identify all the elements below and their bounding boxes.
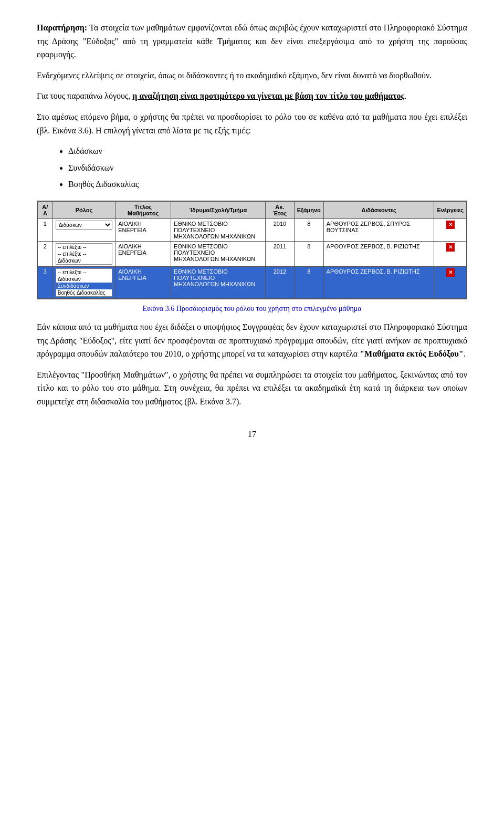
paragraph-6: Επιλέγοντας "Προσθήκη Μαθημάτων", ο χρήσ… bbox=[37, 368, 467, 409]
cell-year-3: 2012 bbox=[266, 266, 294, 298]
cell-aa-3: 3 bbox=[38, 266, 53, 298]
cell-aa-1: 1 bbox=[38, 218, 53, 241]
role-opt-didaskon[interactable]: Διδάσκων bbox=[56, 276, 112, 283]
role-opt-select[interactable]: -- επιλέξτε -- bbox=[56, 269, 112, 276]
figure-caption: Εικόνα 3.6 Προσδιορισμός του ρόλου του χ… bbox=[37, 305, 467, 313]
paragraph-1-text: Τα στοιχεία των μαθημάτων εμφανίζονται ε… bbox=[37, 23, 467, 59]
cell-year-2: 2011 bbox=[266, 241, 294, 266]
paragraph-4: Στο αμέσως επόμενο βήμα, ο χρήστης θα πρ… bbox=[37, 110, 467, 137]
page-number: 17 bbox=[37, 430, 467, 439]
paragraph-2: Ενδεχόμενες ελλείψεις σε στοιχεία, όπως … bbox=[37, 69, 467, 82]
paragraph-3-bold: η αναζήτηση είναι προτιμότερο να γίνεται… bbox=[132, 91, 404, 100]
cell-actions-1[interactable]: ✕ bbox=[434, 218, 467, 241]
col-header-aa: Α/Α bbox=[38, 201, 53, 218]
cell-year-1: 2010 bbox=[266, 218, 294, 241]
paragraph-6-text: Επιλέγοντας "Προσθήκη Μαθημάτων", ο χρήσ… bbox=[37, 370, 467, 406]
cell-institution-1: ΕΘΝΙΚΟ ΜΕΤΣΟΒΙΟ ΠΟΛΥΤΕΧΝΕΙΟΜΗΧΑΝΟΛΟΓΩΝ Μ… bbox=[171, 218, 265, 241]
col-header-title: Τίτλος Μαθήματος bbox=[116, 201, 171, 218]
cell-institution-3: ΕΘΝΙΚΟ ΜΕΤΣΟΒΙΟ ΠΟΛΥΤΕΧΝΕΙΟΜΗΧΑΝΟΛΟΓΩΝ Μ… bbox=[171, 266, 265, 298]
bullet-item-3: Βοηθός Διδασκαλίας bbox=[68, 178, 467, 191]
role-opt-syndidaskon[interactable]: Συνδιδάσκων bbox=[56, 283, 112, 289]
cell-examino-3: 8 bbox=[294, 266, 323, 298]
bullet-item-1: Διδάσκων bbox=[68, 144, 467, 158]
paragraph-3-prefix: Για τους παραπάνω λόγους, bbox=[37, 91, 132, 100]
bullet-list: Διδάσκων Συνδιδάσκων Βοηθός Διδασκαλίας bbox=[68, 144, 467, 191]
table-row-selected: 3 -- επιλέξτε -- Διδάσκων Συνδιδάσκων Βο… bbox=[38, 266, 467, 298]
role-dropdown-list-2[interactable]: -- επιλέξτε -- -- επιλέξτε -- Διδάσκων bbox=[56, 243, 112, 265]
role-select-1[interactable]: Διδάσκων -- επιλέξτε -- Συνδιδάσκων Βοηθ… bbox=[56, 221, 112, 230]
paragraph-1: Παρατήρηση: Τα στοιχεία των μαθημάτων εμ… bbox=[37, 21, 467, 61]
cell-title-3: ΑΙΟΛΙΚΗ ΕΝΕΡΓΕΙΑ bbox=[116, 266, 171, 298]
col-header-examino: Εξάμηνο bbox=[294, 201, 323, 218]
cell-didaskontes-3: ΑΡΘΟΥΡΟΣ ΖΕΡΒΟΣ, Β. ΡΙΖΙΩΤΗΣ bbox=[323, 266, 434, 298]
table-row: 2 -- επιλέξτε -- -- επιλέξτε -- Διδάσκων… bbox=[38, 241, 467, 266]
cell-didaskontes-2: ΑΡΘΟΥΡΟΣ ΖΕΡΒΟΣ, Β. ΡΙΖΙΩΤΗΣ bbox=[323, 241, 434, 266]
col-header-didaskontes: Διδάσκοντες bbox=[323, 201, 434, 218]
role-option-didaskon2[interactable]: Διδάσκων bbox=[56, 257, 112, 264]
paragraph-3: Για τους παραπάνω λόγους, η αναζήτηση εί… bbox=[37, 89, 467, 103]
cell-aa-2: 2 bbox=[38, 241, 53, 266]
cell-title-2: ΑΙΟΛΙΚΗ ΕΝΕΡΓΕΙΑ bbox=[116, 241, 171, 266]
roles-table-container: Α/Α Ρόλος Τίτλος Μαθήματος Ίδρυμα/Σχολή/… bbox=[37, 201, 467, 299]
paragraph-2-text: Ενδεχόμενες ελλείψεις σε στοιχεία, όπως … bbox=[37, 71, 432, 80]
cell-examino-2: 8 bbox=[294, 241, 323, 266]
col-header-role: Ρόλος bbox=[52, 201, 115, 218]
paragraph-4-text: Στο αμέσως επόμενο βήμα, ο χρήστης θα πρ… bbox=[37, 112, 467, 135]
paragraph-5-end: . bbox=[464, 349, 466, 358]
role-option-didaskon[interactable]: -- επιλέξτε -- bbox=[56, 251, 112, 257]
col-header-actions: Ενέργειες bbox=[434, 201, 467, 218]
cell-role-3[interactable]: -- επιλέξτε -- Διδάσκων Συνδιδάσκων Βοηθ… bbox=[52, 266, 115, 298]
role-opt-voithos[interactable]: Βοηθός Διδασκαλίας bbox=[56, 289, 112, 296]
delete-button-2[interactable]: ✕ bbox=[446, 243, 455, 252]
cell-actions-3[interactable]: ✕ bbox=[434, 266, 467, 298]
col-header-year: Ακ. Έτος bbox=[266, 201, 294, 218]
note-label: Παρατήρηση: bbox=[37, 23, 87, 32]
col-header-institution: Ίδρυμα/Σχολή/Τμήμα bbox=[171, 201, 265, 218]
paragraph-3-suffix: . bbox=[404, 91, 406, 100]
paragraph-5: Εάν κάποια από τα μαθήματα που έχει διδά… bbox=[37, 320, 467, 361]
cell-didaskontes-1: ΑΡΘΟΥΡΟΣ ΖΕΡΒΟΣ, ΣΠΥΡΟΣ ΒΟΥΤΣΙΝΑΣ bbox=[323, 218, 434, 241]
delete-button-1[interactable]: ✕ bbox=[446, 221, 455, 229]
roles-table: Α/Α Ρόλος Τίτλος Μαθήματος Ίδρυμα/Σχολή/… bbox=[37, 201, 467, 299]
role-option-select[interactable]: -- επιλέξτε -- bbox=[56, 244, 112, 251]
cell-role-2[interactable]: -- επιλέξτε -- -- επιλέξτε -- Διδάσκων bbox=[52, 241, 115, 266]
card-label: "Μαθήματα εκτός Ευδόξου" bbox=[360, 349, 463, 358]
bullet-item-2: Συνδιδάσκων bbox=[68, 161, 467, 175]
delete-button-3[interactable]: ✕ bbox=[446, 268, 455, 277]
cell-examino-1: 8 bbox=[294, 218, 323, 241]
table-row: 1 Διδάσκων -- επιλέξτε -- Συνδιδάσκων Βο… bbox=[38, 218, 467, 241]
cell-institution-2: ΕΘΝΙΚΟ ΜΕΤΣΟΒΙΟ ΠΟΛΥΤΕΧΝΕΙΟΜΗΧΑΝΟΛΟΓΩΝ Μ… bbox=[171, 241, 265, 266]
cell-actions-2[interactable]: ✕ bbox=[434, 241, 467, 266]
role-list-3[interactable]: -- επιλέξτε -- Διδάσκων Συνδιδάσκων Βοηθ… bbox=[56, 268, 112, 297]
cell-role-1[interactable]: Διδάσκων -- επιλέξτε -- Συνδιδάσκων Βοηθ… bbox=[52, 218, 115, 241]
cell-title-1: ΑΙΟΛΙΚΗ ΕΝΕΡΓΕΙΑ bbox=[116, 218, 171, 241]
